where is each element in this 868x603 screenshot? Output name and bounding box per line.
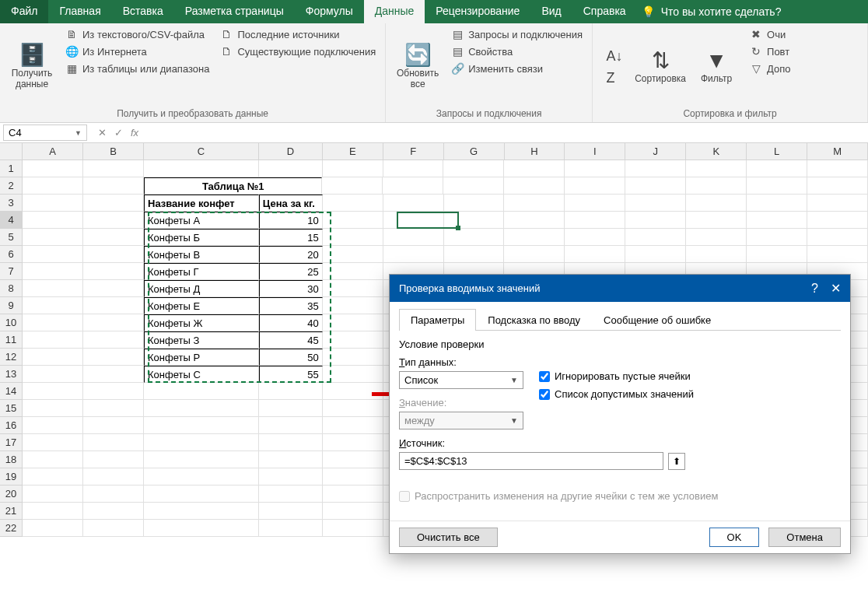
row-header[interactable]: 18 — [0, 451, 23, 468]
ignore-blank-checkbox[interactable]: Игнорировать пустые ячейки — [539, 370, 694, 382]
cell[interactable] — [83, 451, 144, 468]
cell[interactable] — [23, 280, 83, 297]
range-picker-button[interactable]: ⬆ — [668, 453, 685, 470]
cell[interactable] — [23, 451, 83, 468]
apply-same-checkbox[interactable]: Распространить изменения на другие ячейк… — [399, 490, 841, 502]
from-csv-button[interactable]: 🗎Из текстового/CSV-файла — [62, 26, 212, 42]
recent-sources-button[interactable]: 🗋Последние источники — [217, 26, 379, 42]
cell[interactable] — [259, 486, 323, 503]
col-header-F[interactable]: F — [383, 143, 444, 160]
tab-review[interactable]: Рецензирование — [425, 0, 530, 23]
cell[interactable]: Конфеты Б — [144, 229, 259, 246]
col-header-E[interactable]: E — [323, 143, 383, 160]
cell[interactable] — [323, 503, 383, 520]
cell[interactable] — [83, 400, 144, 417]
cell[interactable]: Конфеты Е — [144, 297, 259, 314]
col-header-C[interactable]: C — [144, 143, 259, 160]
cell[interactable]: Конфеты З — [144, 331, 259, 349]
cell[interactable] — [83, 177, 144, 195]
cell[interactable] — [23, 229, 83, 246]
cell[interactable] — [747, 160, 807, 177]
cell[interactable] — [83, 246, 144, 263]
cell[interactable]: Конфеты В — [144, 246, 259, 263]
cell[interactable] — [83, 229, 144, 246]
cell[interactable] — [504, 246, 565, 263]
cell[interactable] — [625, 246, 686, 263]
cell[interactable] — [323, 263, 383, 280]
col-header-B[interactable]: B — [83, 143, 144, 160]
formula-input[interactable] — [146, 123, 868, 142]
cell[interactable] — [83, 297, 144, 314]
cell[interactable] — [83, 366, 144, 383]
row-header[interactable]: 3 — [0, 195, 23, 212]
cell[interactable] — [23, 349, 83, 366]
cell[interactable] — [323, 314, 383, 331]
cell[interactable]: Конфеты А — [144, 212, 259, 229]
col-header-H[interactable]: H — [505, 143, 565, 160]
row-header[interactable]: 1 — [0, 160, 23, 177]
cell[interactable]: 25 — [259, 263, 323, 280]
cell[interactable] — [23, 177, 83, 195]
tab-formulas[interactable]: Формулы — [295, 0, 364, 23]
tellme-search[interactable]: 💡 Что вы хотите сделать? — [642, 0, 782, 23]
cell[interactable] — [259, 160, 323, 177]
row-header[interactable]: 11 — [0, 331, 23, 349]
cell[interactable] — [444, 246, 505, 263]
cell[interactable]: 35 — [259, 297, 323, 314]
get-data-button[interactable]: 🗄️ Получить данные — [6, 26, 58, 107]
tab-home[interactable]: Главная — [48, 0, 111, 23]
cell[interactable] — [23, 468, 83, 486]
cell[interactable] — [444, 212, 505, 229]
cell[interactable] — [144, 160, 259, 177]
row-header[interactable]: 4 — [0, 212, 23, 229]
cell[interactable] — [565, 246, 625, 263]
row-header[interactable]: 9 — [0, 297, 23, 314]
cell[interactable] — [83, 468, 144, 486]
cell[interactable] — [323, 280, 383, 297]
properties-button[interactable]: ▤Свойства — [448, 44, 586, 59]
cell[interactable] — [23, 195, 83, 212]
cell[interactable] — [23, 417, 83, 434]
cell[interactable] — [444, 229, 505, 246]
cell[interactable] — [625, 229, 686, 246]
cell[interactable] — [747, 195, 807, 212]
tab-help[interactable]: Справка — [572, 0, 637, 23]
cell[interactable]: 45 — [259, 331, 323, 349]
cancel-button[interactable]: Отмена — [768, 528, 841, 547]
cell[interactable] — [23, 434, 83, 451]
cell[interactable] — [83, 314, 144, 331]
cell[interactable] — [383, 229, 444, 246]
accept-formula-icon[interactable]: ✓ — [114, 127, 123, 138]
ok-button[interactable]: OK — [709, 528, 760, 547]
cell[interactable] — [83, 195, 144, 212]
dialog-tab-input[interactable]: Подсказка по вводу — [476, 309, 592, 331]
row-header[interactable]: 5 — [0, 229, 23, 246]
cell[interactable] — [686, 195, 747, 212]
edit-links-button[interactable]: 🔗Изменить связи — [448, 61, 586, 76]
cell[interactable] — [23, 160, 83, 177]
cell[interactable]: Цена за кг. — [259, 195, 323, 212]
cell[interactable] — [565, 229, 625, 246]
row-header[interactable]: 10 — [0, 314, 23, 331]
cell[interactable] — [144, 434, 259, 451]
cell[interactable] — [323, 451, 383, 468]
queries-button[interactable]: ▤Запросы и подключения — [448, 26, 586, 42]
reapply-button[interactable]: ↻Повт — [747, 44, 793, 59]
cell[interactable] — [686, 177, 747, 195]
cell[interactable] — [144, 383, 259, 400]
cell[interactable] — [565, 212, 625, 229]
cell[interactable] — [807, 246, 868, 263]
cell[interactable] — [323, 246, 383, 263]
col-header-K[interactable]: K — [686, 143, 747, 160]
cell[interactable] — [625, 160, 686, 177]
col-header-M[interactable]: M — [807, 143, 868, 160]
cell[interactable] — [323, 331, 383, 349]
clear-all-button[interactable]: Очистить все — [399, 528, 498, 547]
cell[interactable] — [323, 417, 383, 434]
tab-view[interactable]: Вид — [530, 0, 572, 23]
cell[interactable] — [807, 229, 868, 246]
row-header[interactable]: 13 — [0, 366, 23, 383]
cell[interactable] — [259, 434, 323, 451]
row-header[interactable]: 20 — [0, 486, 23, 503]
cell[interactable] — [686, 212, 747, 229]
